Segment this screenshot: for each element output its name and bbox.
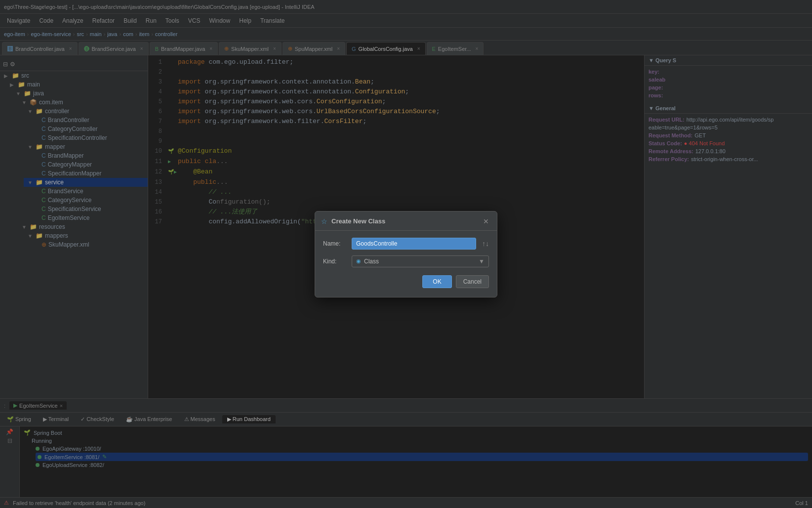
- create-new-class-dialog: ☆ Create New Class ✕ Name: ↑↓ Kind: ◉ Cl…: [315, 211, 497, 297]
- dropdown-arrow-icon: ▼: [479, 258, 485, 265]
- dialog-buttons: OK Cancel: [323, 275, 489, 290]
- dialog-title: Create New Class: [331, 217, 385, 225]
- dialog-kind-value: Class: [364, 258, 379, 265]
- kind-class-icon: ◉: [356, 258, 361, 264]
- dialog-name-label: Name:: [323, 240, 348, 247]
- dialog-kind-select[interactable]: ◉ Class ▼: [352, 255, 489, 267]
- dialog-kind-label: Kind:: [323, 258, 348, 265]
- dialog-header: ☆ Create New Class ✕: [315, 212, 497, 231]
- cancel-button[interactable]: Cancel: [456, 275, 489, 288]
- dialog-close-button[interactable]: ✕: [481, 216, 491, 226]
- dialog-name-input[interactable]: [352, 238, 476, 250]
- dialog-body: Name: ↑↓ Kind: ◉ Class ▼ OK Cancel: [315, 231, 497, 297]
- dialog-overlay: ☆ Create New Class ✕ Name: ↑↓ Kind: ◉ Cl…: [0, 0, 812, 508]
- sort-arrows-icon: ↑↓: [482, 240, 489, 248]
- ok-button[interactable]: OK: [422, 275, 451, 288]
- dialog-class-icon: ☆: [321, 217, 327, 225]
